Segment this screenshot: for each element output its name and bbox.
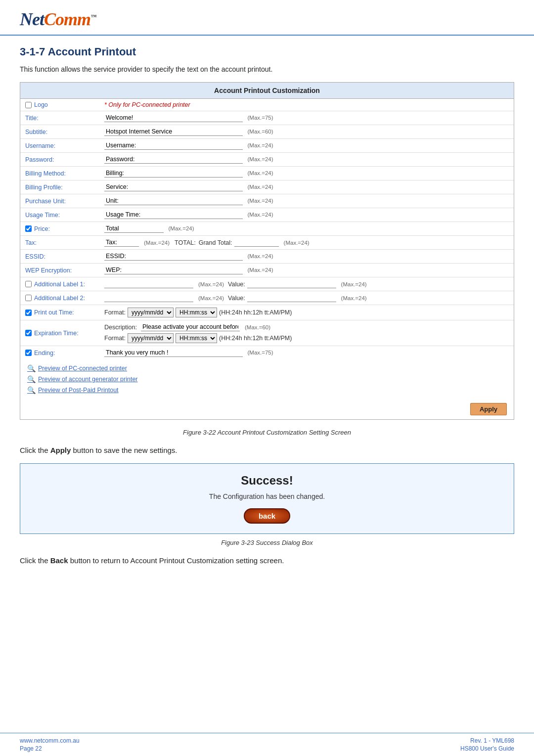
- account-preview-link[interactable]: 🔍 Preview of account generator printer: [27, 375, 507, 383]
- addl1-max: (Max.=24): [198, 281, 224, 287]
- ending-checkbox[interactable]: [25, 350, 32, 356]
- expiration-time-select[interactable]: HH:mm:ss: [176, 333, 217, 343]
- tax-row-inner: (Max.=24) TOTAL: Grand Total: (Max.=24): [104, 238, 509, 247]
- addl2-value-cell: (Max.=24) Value: (Max.=24): [99, 291, 514, 305]
- addl1-label-cell: Additional Label 1:: [20, 277, 99, 291]
- price-input[interactable]: [104, 224, 164, 233]
- search-icon-2: 🔍: [27, 375, 36, 383]
- expiration-format-row: Format: yyyy/mm/dd HH:mm:ss (HH:24h hh:1…: [104, 333, 509, 343]
- billing-method-value-cell: (Max.=24): [99, 167, 514, 180]
- ending-label-cell: Ending:: [20, 346, 99, 360]
- body-text1-pre: Click the: [20, 446, 50, 454]
- grand-total-input[interactable]: [234, 238, 279, 247]
- expiration-format-label: Format:: [104, 335, 126, 342]
- success-message: The Configuration has been changed.: [40, 492, 494, 500]
- page-title: 3-1-7 Account Printout: [20, 45, 514, 58]
- addl1-value-cell: (Max.=24) Value: (Max.=24): [99, 277, 514, 291]
- printout-date-select[interactable]: yyyy/mm/dd: [128, 308, 174, 317]
- addl2-checkbox-label[interactable]: Additional Label 2:: [25, 295, 94, 302]
- body-text-1: Click the Apply button to save the new s…: [20, 446, 514, 454]
- title-input[interactable]: [104, 114, 243, 122]
- addl2-checkbox[interactable]: [25, 295, 32, 301]
- ending-checkbox-label[interactable]: Ending:: [25, 350, 94, 356]
- purchase-unit-max: (Max.=24): [247, 198, 273, 204]
- password-value-cell: (Max.=24): [99, 153, 514, 167]
- billing-profile-max: (Max.=24): [247, 184, 273, 190]
- pc-only-text: * Only for PC-connected printer: [104, 101, 190, 108]
- subtitle-max: (Max.=60): [247, 129, 273, 134]
- subtitle-value-cell: (Max.=60): [99, 125, 514, 139]
- footer-guide: HS800 User's Guide: [460, 745, 514, 752]
- logo: NetComm™: [20, 9, 514, 30]
- expiration-checkbox-label[interactable]: Expiration Time:: [25, 330, 94, 337]
- printout-format-note: (HH:24h hh:12h tt:AM/PM): [219, 309, 292, 316]
- printout-checkbox-label[interactable]: Print out Time:: [25, 309, 94, 316]
- printout-format-row: Format: yyyy/mm/dd HH:mm:ss (HH:24h hh:1…: [104, 308, 509, 317]
- expiration-desc-label: Description:: [104, 324, 137, 331]
- essid-input[interactable]: [104, 252, 243, 261]
- back-button[interactable]: back: [244, 508, 290, 524]
- password-row: Password: (Max.=24): [20, 153, 514, 167]
- price-label-cell: Price:: [20, 222, 99, 236]
- wep-input[interactable]: [104, 266, 243, 274]
- price-max: (Max.=24): [168, 225, 194, 231]
- expiration-checkbox[interactable]: [25, 330, 32, 336]
- addl1-checkbox-label[interactable]: Additional Label 1:: [25, 281, 94, 288]
- expiration-format-note: (HH:24h hh:12h tt:AM/PM): [219, 335, 292, 342]
- addl2-label-cell: Additional Label 2:: [20, 291, 99, 305]
- logo-net: Net: [20, 9, 44, 29]
- username-value-cell: (Max.=24): [99, 139, 514, 153]
- postpaid-preview-link[interactable]: 🔍 Preview of Post-Paid Printout: [27, 386, 507, 394]
- ending-row: Ending: (Max.=75): [20, 346, 514, 360]
- essid-label-cell: ESSID:: [20, 250, 99, 264]
- username-input[interactable]: [104, 141, 243, 150]
- logo-tm: ™: [90, 13, 96, 20]
- password-input[interactable]: [104, 155, 243, 164]
- usage-time-row: Usage Time: (Max.=24): [20, 208, 514, 222]
- main-content: 3-1-7 Account Printout This function all…: [0, 36, 534, 603]
- printout-time-select[interactable]: HH:mm:ss: [176, 308, 217, 317]
- expiration-date-select[interactable]: yyyy/mm/dd: [128, 333, 174, 343]
- ending-input[interactable]: [104, 349, 243, 357]
- addl1-checkbox[interactable]: [25, 281, 32, 287]
- addl2-value-max: (Max.=24): [341, 295, 367, 301]
- essid-value-cell: (Max.=24): [99, 250, 514, 264]
- addl2-inner: (Max.=24) Value: (Max.=24): [104, 294, 509, 302]
- wep-row: WEP Encryption: (Max.=24): [20, 264, 514, 277]
- tax-input[interactable]: [104, 238, 139, 247]
- addl2-value-input[interactable]: [247, 294, 336, 302]
- expiration-label-cell: Expiration Time:: [20, 320, 99, 346]
- printout-value-cell: Format: yyyy/mm/dd HH:mm:ss (HH:24h hh:1…: [99, 305, 514, 320]
- username-row: Username: (Max.=24): [20, 139, 514, 153]
- expiration-desc-input[interactable]: [141, 323, 240, 331]
- billing-method-input[interactable]: [104, 169, 243, 178]
- body-text1-post: button to save the new settings.: [71, 446, 177, 454]
- addl1-value-input[interactable]: [247, 280, 336, 288]
- wep-value-cell: (Max.=24): [99, 264, 514, 277]
- search-icon-3: 🔍: [27, 386, 36, 394]
- title-value-cell: (Max.=75): [99, 111, 514, 125]
- purchase-unit-input[interactable]: [104, 197, 243, 205]
- billing-profile-value-cell: (Max.=24): [99, 180, 514, 194]
- subtitle-input[interactable]: [104, 128, 243, 136]
- body-text2-pre: Click the: [20, 556, 50, 565]
- addl2-name-input[interactable]: [104, 294, 193, 302]
- pc-preview-link[interactable]: 🔍 Preview of PC-connected printer: [27, 364, 507, 372]
- expiration-row: Expiration Time: Description: (Max.=60) …: [20, 320, 514, 346]
- logo-checkbox-label[interactable]: Logo: [25, 101, 94, 108]
- success-box: Success! The Configuration has been chan…: [20, 463, 514, 534]
- usage-time-input[interactable]: [104, 211, 243, 219]
- price-checkbox[interactable]: [25, 225, 32, 232]
- subtitle-label-cell: Subtitle:: [20, 125, 99, 139]
- price-checkbox-label[interactable]: Price:: [25, 225, 94, 232]
- figure2-caption: Figure 3-23 Success Dialog Box: [20, 539, 514, 546]
- logo-checkbox[interactable]: [25, 102, 32, 108]
- billing-profile-input[interactable]: [104, 183, 243, 191]
- apply-button[interactable]: Apply: [470, 403, 507, 415]
- logo-value-cell: * Only for PC-connected printer: [99, 99, 514, 111]
- printout-time-row: Print out Time: Format: yyyy/mm/dd HH:mm…: [20, 305, 514, 320]
- printout-checkbox[interactable]: [25, 310, 32, 316]
- addl1-name-input[interactable]: [104, 280, 193, 288]
- expiration-value-cell: Description: (Max.=60) Format: yyyy/mm/d…: [99, 320, 514, 346]
- billing-profile-label-cell: Billing Profile:: [20, 180, 99, 194]
